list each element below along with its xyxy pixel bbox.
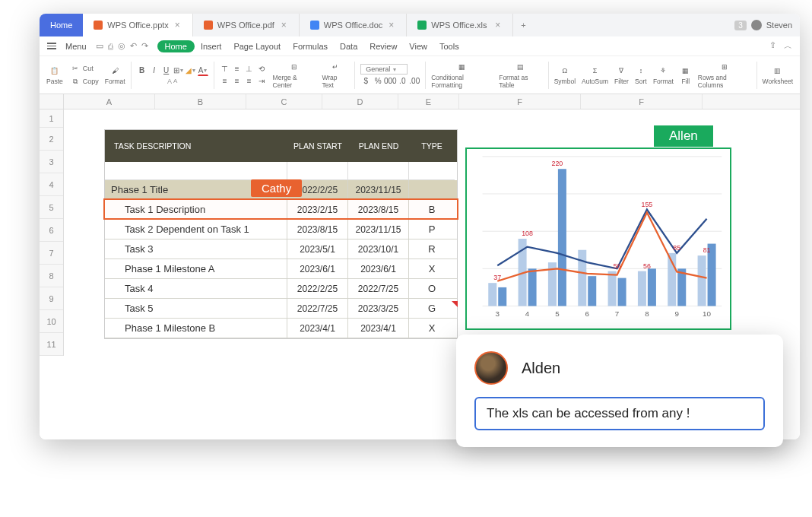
- close-tab-icon[interactable]: ×: [387, 20, 395, 30]
- cell-desc[interactable]: Task 4: [105, 279, 287, 298]
- font-size-inc-icon[interactable]: A: [167, 78, 172, 85]
- format-button[interactable]: ⚘Format: [651, 58, 676, 92]
- cell-end[interactable]: 2023/6/1: [348, 259, 409, 278]
- ribbon-tab-data[interactable]: Data: [334, 40, 363, 52]
- row-header[interactable]: 10: [40, 310, 63, 333]
- row-header[interactable]: 11: [40, 333, 63, 356]
- indent-icon[interactable]: ⇥: [256, 76, 267, 87]
- ribbon-tab-page-layout[interactable]: Page Layout: [227, 40, 287, 52]
- cell-desc[interactable]: Task 3: [105, 239, 287, 258]
- ribbon-tab-formulas[interactable]: Formulas: [287, 40, 334, 52]
- redo-icon[interactable]: ↷: [141, 41, 148, 51]
- fill-color-button[interactable]: ◢▾: [186, 65, 196, 76]
- share-icon[interactable]: ⇪: [769, 40, 776, 52]
- percent-icon[interactable]: %: [373, 76, 383, 87]
- border-button[interactable]: ⊞▾: [173, 65, 184, 76]
- document-tab[interactable]: WPS Office.pptx×: [83, 14, 193, 36]
- cell-end[interactable]: 2022/7/25: [348, 279, 409, 298]
- cut-icon[interactable]: ✂: [69, 62, 81, 75]
- preview-icon[interactable]: ◎: [118, 41, 125, 51]
- column-header[interactable]: A: [64, 94, 155, 109]
- close-tab-icon[interactable]: ×: [280, 20, 288, 30]
- cell-end[interactable]: 2023/11/15: [348, 220, 409, 239]
- comma-icon[interactable]: 000: [385, 76, 395, 87]
- row-header[interactable]: 2: [40, 128, 63, 151]
- row-header[interactable]: 5: [40, 196, 63, 219]
- row-header[interactable]: 6: [40, 219, 63, 242]
- row-header[interactable]: 3: [40, 151, 63, 173]
- cell-desc[interactable]: Task 1 Description: [105, 200, 287, 219]
- print-icon[interactable]: ⎙: [108, 42, 113, 51]
- cell-start[interactable]: 2022/2/25: [287, 279, 348, 298]
- cell-desc[interactable]: Phase 1 Milestone B: [105, 319, 287, 338]
- cell-type[interactable]: B: [409, 200, 455, 219]
- column-header[interactable]: F: [581, 94, 703, 109]
- cell-type[interactable]: [409, 180, 455, 199]
- fill-button[interactable]: ▦Fill: [677, 58, 694, 92]
- row-header[interactable]: 9: [40, 287, 63, 310]
- font-color-button[interactable]: A▾: [198, 65, 208, 76]
- orientation-icon[interactable]: ⟲: [256, 64, 267, 75]
- cell-end[interactable]: 2023/4/1: [348, 319, 409, 338]
- menu-label[interactable]: Menu: [65, 42, 87, 51]
- merge-center-button[interactable]: ⊟Merge & Center: [271, 58, 319, 92]
- currency-icon[interactable]: $: [360, 76, 371, 87]
- cell-start[interactable]: 2022/7/25: [287, 299, 348, 318]
- undo-icon[interactable]: ↶: [130, 41, 137, 51]
- format-as-table-button[interactable]: ▤Format as Table: [496, 58, 545, 92]
- cell-desc[interactable]: Task 5: [105, 299, 287, 318]
- row-header[interactable]: 8: [40, 265, 63, 287]
- inc-decimal-icon[interactable]: .0: [397, 76, 408, 87]
- cell-start[interactable]: 2023/5/1: [287, 239, 348, 258]
- copy-icon[interactable]: ⧉: [69, 75, 81, 87]
- table-row[interactable]: Task 2 Dependent on Task 1 2023/8/15 202…: [105, 220, 457, 239]
- row-header[interactable]: 1: [40, 109, 63, 128]
- column-header[interactable]: B: [155, 94, 246, 109]
- align-center-icon[interactable]: ≡: [232, 76, 243, 87]
- rows-columns-button[interactable]: ⊞Rows and Columns: [696, 58, 753, 92]
- paste-button[interactable]: 📋Paste: [44, 58, 65, 92]
- close-tab-icon[interactable]: ×: [493, 20, 502, 30]
- column-header[interactable]: E: [398, 94, 459, 109]
- filter-button[interactable]: ∇Filter: [612, 58, 631, 92]
- bold-button[interactable]: B: [137, 65, 147, 76]
- tab-home[interactable]: Home: [40, 14, 83, 36]
- ribbon-tab-tools[interactable]: Tools: [433, 40, 465, 52]
- conditional-formatting-button[interactable]: ▦Conditional Formatting: [429, 58, 495, 92]
- close-tab-icon[interactable]: ×: [173, 20, 182, 30]
- italic-button[interactable]: I: [149, 65, 160, 76]
- cell-end[interactable]: 2023/3/25: [348, 299, 409, 318]
- cell-end[interactable]: 2023/11/15: [348, 180, 409, 199]
- table-row[interactable]: Task 4 2022/2/25 2022/7/25 O: [105, 279, 457, 299]
- cell-type[interactable]: P: [409, 220, 455, 239]
- symbol-button[interactable]: ΩSymbol: [552, 58, 578, 92]
- cell-start[interactable]: 2023/2/15: [287, 200, 348, 219]
- number-format-select[interactable]: General ▾: [360, 64, 408, 75]
- table-row[interactable]: Phase 1 Milestone A 2023/6/1 2023/6/1 X: [105, 259, 457, 279]
- cell-desc[interactable]: Task 2 Dependent on Task 1: [105, 220, 287, 239]
- collapse-ribbon-icon[interactable]: ︿: [784, 40, 792, 52]
- format-painter-button[interactable]: 🖌Format: [103, 58, 128, 92]
- cell-end[interactable]: 2023/10/1: [348, 239, 409, 258]
- align-middle-icon[interactable]: ≡: [232, 64, 243, 75]
- align-left-icon[interactable]: ≡: [220, 76, 230, 87]
- table-row[interactable]: Task 5 2022/7/25 2023/3/25 G: [105, 299, 457, 319]
- wrap-text-button[interactable]: ↵Wrap Text: [319, 58, 351, 92]
- underline-button[interactable]: U: [161, 65, 172, 76]
- cell-type[interactable]: G: [409, 299, 455, 318]
- cell-desc[interactable]: Phase 1 Milestone A: [105, 259, 287, 278]
- cell-type[interactable]: R: [409, 239, 455, 258]
- dec-decimal-icon[interactable]: .00: [409, 76, 420, 87]
- cell-type[interactable]: O: [409, 279, 455, 298]
- align-bottom-icon[interactable]: ⊥: [244, 64, 255, 75]
- document-tab[interactable]: WPS Office.doc×: [300, 14, 407, 36]
- embedded-chart[interactable]: 3710822056561558581345678910: [465, 147, 731, 330]
- new-tab-button[interactable]: +: [513, 14, 533, 36]
- document-tab[interactable]: WPS Office.xls×: [407, 14, 513, 36]
- save-icon[interactable]: ▭: [96, 41, 103, 51]
- ribbon-tab-insert[interactable]: Insert: [195, 40, 228, 52]
- column-header[interactable]: C: [246, 94, 322, 109]
- align-right-icon[interactable]: ≡: [244, 76, 255, 87]
- align-top-icon[interactable]: ⊤: [220, 64, 230, 75]
- table-row[interactable]: Task 1 Description 2023/2/15 2023/8/15 B: [105, 200, 457, 220]
